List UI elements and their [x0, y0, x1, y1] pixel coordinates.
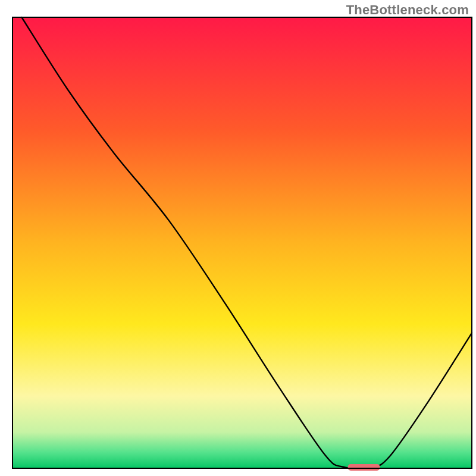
- optimal-range-marker: [348, 464, 380, 471]
- bottleneck-plot: [0, 0, 476, 476]
- chart-frame: TheBottleneck.com: [0, 0, 476, 476]
- plot-background: [12, 17, 472, 468]
